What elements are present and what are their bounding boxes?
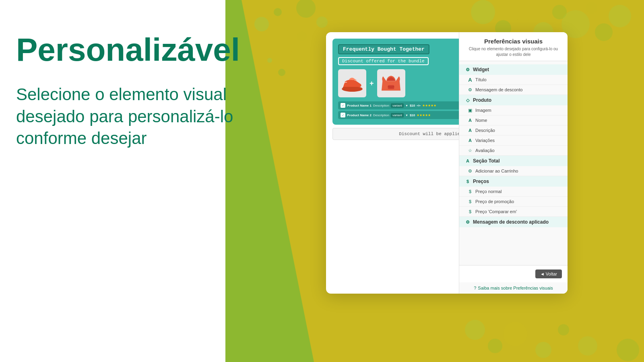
back-button[interactable]: ◄ Voltar [535,269,562,278]
subtitle-text: Selecione o elemento visual desejado par… [16,84,278,150]
pref-panel-subtitle: Clique no elemento desejado para configu… [466,46,561,58]
pref-section-produto[interactable]: ◇ Produto [459,95,568,105]
pref-item-preco-comparar[interactable]: $ Preço 'Comparar em' [459,207,568,217]
fbt-prod2-price: $10 [410,113,415,117]
nome-icon: A [467,117,473,123]
secao-total-icon: A [465,158,471,164]
desconto-aplicado-label: Mensagem de desconto aplicado [473,219,549,225]
titulo-icon: A [467,77,473,82]
ui-card: Frequently Bought Together Discount offe… [326,32,568,294]
help-icon: ? [474,286,476,290]
help-text[interactable]: Saiba mais sobre Preferências visuais [478,286,553,290]
pref-item-adicionar-carrinho[interactable]: ⚙ Adicionar ao Carrinho [459,166,568,176]
mensagem-desconto-label: Mensagem de desconto [475,87,522,92]
fbt-product2-image[interactable] [377,69,405,97]
pref-header: Preferências visuais Clique no elemento … [459,32,568,61]
descricao-icon: A [467,128,473,133]
fbt-prod1-stars: ★★★★★ [422,104,436,107]
adicionar-carrinho-icon: ⚙ [467,168,473,174]
fbt-variant-arrow: ▼ [405,104,408,107]
fbt-prod1-desc: Description [373,104,389,107]
fbt-title-badge[interactable]: Frequently Bought Together [338,44,429,54]
pref-item-preco-promocao[interactable]: $ Preço de promoção [459,197,568,207]
pref-item-nome[interactable]: A Nome [459,115,568,125]
fbt-prod1-price: $10 [410,104,415,107]
fbt-prod2-desc: Description [373,113,389,117]
pref-section-desconto-aplicado[interactable]: ⚙ Mensagem de desconto aplicado [459,217,568,227]
fbt-prod2-name: Product Name 2 [347,113,372,117]
imagem-icon: ▣ [467,107,473,113]
pref-section-secao-total[interactable]: A Seção Total [459,156,568,166]
nome-label: Nome [475,118,487,123]
fbt-prod1-name: Product Name 1 [347,104,372,107]
secao-total-label: Seção Total [473,158,500,164]
fbt-prod2-variant[interactable]: variant [391,113,404,117]
widget-section-label: Widget [473,67,489,72]
variacoes-label: Variações [475,138,495,143]
preco-normal-label: Preço normal [475,189,502,194]
desconto-aplicado-icon: ⚙ [465,219,471,225]
preferences-panel: Preferências visuais Clique no elemento … [459,32,568,294]
fbt-checkbox-1[interactable]: ✓ [341,103,345,108]
pref-item-titulo[interactable]: A Título [459,75,568,85]
left-content-area: Personalizável Selecione o elemento visu… [16,32,278,150]
pref-item-preco-normal[interactable]: $ Preço normal [459,187,568,197]
fbt-prod2-stars: ★★★★★ [417,113,431,117]
main-title: Personalizável [16,32,278,68]
titulo-label: Título [475,77,487,82]
pref-item-descricao[interactable]: A Descrição [459,125,568,136]
produto-section-label: Produto [473,97,491,103]
widget-section-icon: ⚙ [465,67,471,72]
svg-rect-28 [343,87,359,89]
help-link[interactable]: ? Saiba mais sobre Preferências visuais [459,282,568,294]
preco-promocao-label: Preço de promoção [475,199,514,204]
descricao-label: Descrição [475,128,495,133]
fbt-plus-sign: + [369,79,374,88]
pref-item-variacoes[interactable]: A Variações [459,136,568,146]
pref-section-widget[interactable]: ⚙ Widget [459,64,568,75]
preco-comparar-icon: $ [467,209,473,214]
fbt-checkbox-2[interactable]: ✓ [341,113,345,117]
variacoes-icon: A [467,138,473,143]
fbt-discount-badge[interactable]: Discount offered for the bundle [338,57,429,65]
pref-footer: ◄ Voltar [459,265,568,282]
produto-section-icon: ◇ [465,97,471,103]
imagem-label: Imagem [475,108,491,113]
precos-section-icon: $ [465,179,471,184]
fbt-variant-arrow2: ▼ [405,114,408,117]
pref-section-precos[interactable]: $ Preços [459,176,568,187]
pref-item-mensagem-desconto[interactable]: ⚙ Mensagem de desconto [459,85,568,95]
precos-section-label: Preços [473,179,489,184]
preco-comparar-label: Preço 'Comparar em' [475,209,517,214]
fbt-prod1-variant[interactable]: variant [391,103,404,108]
preco-promocao-icon: $ [467,199,473,204]
pref-item-imagem[interactable]: ▣ Imagem [459,105,568,115]
adicionar-carrinho-label: Adicionar ao Carrinho [475,169,518,173]
preco-normal-icon: $ [467,189,473,194]
mensagem-icon: ⚙ [467,87,473,93]
fbt-prod1-oldprice: -0- [417,104,421,107]
pref-item-avaliacao[interactable]: ☆ Avaliação [459,146,568,156]
avaliacao-icon: ☆ [467,148,473,153]
card-inner: Frequently Bought Together Discount offe… [326,32,568,294]
avaliacao-label: Avaliação [475,148,495,153]
fbt-product1-image[interactable] [338,69,366,97]
pref-panel-title: Preferências visuais [466,38,561,45]
pref-list: ⚙ Widget A Título ⚙ Mensagem de desconto… [459,61,568,265]
